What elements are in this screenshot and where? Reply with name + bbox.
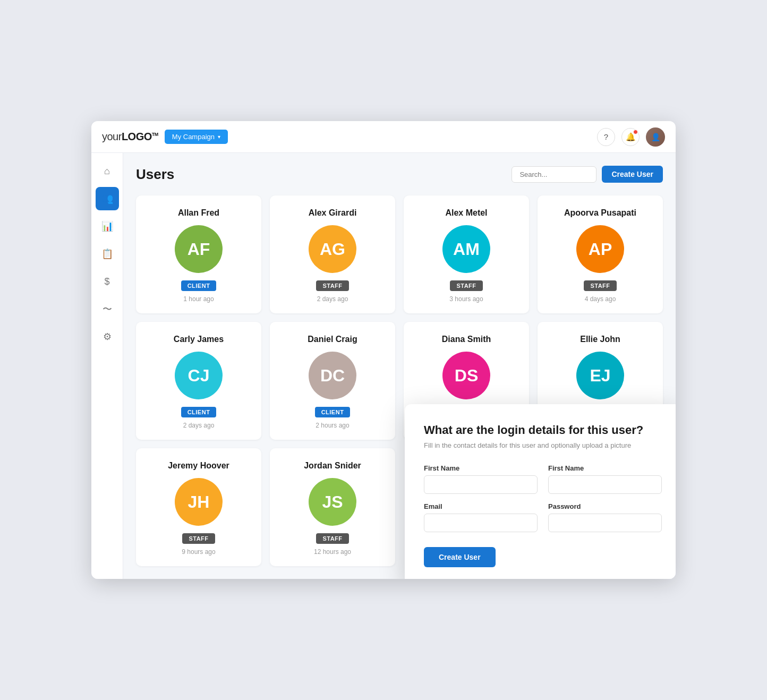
user-card[interactable]: Carly James CJ CLIENT 2 days ago (136, 322, 261, 440)
user-name: Daniel Craig (308, 335, 357, 344)
sidebar-item-reports[interactable]: 📊 (96, 215, 119, 238)
user-name: Alex Metel (445, 208, 487, 218)
user-role-badge: CLIENT (181, 407, 217, 417)
page-header: Users Create User (136, 166, 663, 183)
user-avatar: JS (309, 478, 356, 526)
user-name: Alex Girardi (309, 208, 357, 218)
user-name: Ellie John (580, 335, 620, 344)
sidebar-item-users[interactable]: 👥 (96, 187, 119, 210)
user-time: 12 hours ago (314, 548, 351, 556)
logo-tm: TM (152, 132, 158, 137)
modal-subtitle: Fill in the contact details for this use… (424, 441, 662, 449)
user-card[interactable]: Daniel Craig DC CLIENT 2 hours ago (270, 322, 395, 440)
user-avatar-button[interactable]: 👤 (646, 127, 665, 147)
app-wrapper: yourLOGOTM My Campaign ▾ ? 🔔 👤 ⌂ (91, 121, 676, 579)
user-name: Apoorva Pusapati (564, 208, 636, 218)
last-name-label: First Name (548, 464, 662, 472)
reports-icon: 📊 (101, 220, 113, 232)
create-user-modal: What are the login details for this user… (405, 404, 676, 579)
help-button[interactable]: ? (597, 128, 615, 146)
question-icon: ? (604, 132, 608, 141)
user-role-badge: STAFF (450, 280, 482, 291)
user-time: 2 hours ago (316, 422, 349, 429)
notification-button[interactable]: 🔔 (621, 128, 640, 146)
sidebar-item-settings[interactable]: ⚙ (96, 325, 119, 348)
first-name-group: First Name (424, 464, 538, 494)
billing-icon: $ (104, 276, 109, 287)
page-title: Users (136, 166, 174, 183)
last-name-group: First Name (548, 464, 662, 494)
user-avatar: AM (442, 225, 490, 273)
user-role-badge: STAFF (584, 280, 616, 291)
header-actions: Create User (512, 166, 663, 183)
logo: yourLOGOTM (102, 131, 158, 143)
user-time: 9 hours ago (182, 548, 215, 556)
password-label: Password (548, 502, 662, 510)
user-card[interactable]: Alex Metel AM STAFF 3 hours ago (404, 195, 529, 313)
documents-icon: 📋 (101, 248, 113, 260)
notification-dot (633, 130, 638, 134)
modal-form: First Name First Name Email Password (424, 464, 662, 532)
user-role-badge: STAFF (316, 533, 348, 544)
user-avatar: DC (309, 352, 356, 399)
user-role-badge: CLIENT (315, 407, 351, 417)
user-card[interactable]: Jordan Snider JS STAFF 12 hours ago (270, 448, 395, 566)
sidebar-item-documents[interactable]: 📋 (96, 242, 119, 266)
user-card[interactable]: Alex Girardi AG STAFF 2 days ago (270, 195, 395, 313)
modal-title: What are the login details for this user… (424, 423, 662, 437)
user-time: 2 days ago (317, 295, 348, 303)
user-time: 2 days ago (183, 422, 215, 429)
user-name: Allan Fred (178, 208, 219, 218)
user-name: Jordan Snider (304, 461, 361, 471)
email-label: Email (424, 502, 538, 510)
first-name-label: First Name (424, 464, 538, 472)
user-card[interactable]: Jeremy Hoover JH STAFF 9 hours ago (136, 448, 261, 566)
user-avatar: AG (309, 225, 356, 273)
user-time: 1 hour ago (183, 295, 214, 303)
search-input[interactable] (512, 166, 596, 183)
first-name-input[interactable] (424, 475, 538, 494)
campaign-button[interactable]: My Campaign ▾ (165, 130, 228, 144)
user-time: 4 days ago (585, 295, 616, 303)
user-name: Jeremy Hoover (168, 461, 229, 471)
topbar-right: ? 🔔 👤 (597, 127, 665, 147)
logo-area: yourLOGOTM My Campaign ▾ (102, 130, 589, 144)
password-input[interactable] (548, 514, 662, 532)
user-avatar: JH (175, 478, 223, 526)
topbar: yourLOGOTM My Campaign ▾ ? 🔔 👤 (91, 121, 676, 153)
sidebar-item-home[interactable]: ⌂ (96, 159, 119, 183)
activity-icon: 〜 (103, 303, 112, 315)
user-role-badge: STAFF (316, 280, 348, 291)
main-layout: ⌂ 👥 📊 📋 $ 〜 ⚙ Users (91, 153, 676, 579)
user-name: Diana Smith (442, 335, 491, 344)
email-input[interactable] (424, 514, 538, 532)
users-icon: 👥 (101, 193, 113, 204)
chevron-down-icon: ▾ (218, 134, 220, 140)
create-user-button[interactable]: Create User (602, 166, 663, 183)
user-avatar: AF (175, 225, 223, 273)
user-card[interactable]: Apoorva Pusapati AP STAFF 4 days ago (538, 195, 663, 313)
user-avatar: EJ (576, 352, 624, 399)
sidebar-item-billing[interactable]: $ (96, 270, 119, 293)
user-role-badge: STAFF (182, 533, 215, 544)
user-card[interactable]: Allan Fred AF CLIENT 1 hour ago (136, 195, 261, 313)
user-avatar: CJ (175, 352, 223, 399)
user-avatar: AP (576, 225, 624, 273)
last-name-input[interactable] (548, 475, 662, 494)
sidebar-item-activity[interactable]: 〜 (96, 297, 119, 321)
content-area: Users Create User Allan Fred AF CLIENT 1… (123, 153, 676, 579)
modal-submit-button[interactable]: Create User (424, 547, 496, 567)
sidebar: ⌂ 👥 📊 📋 $ 〜 ⚙ (91, 153, 123, 579)
user-name: Carly James (174, 335, 224, 344)
password-group: Password (548, 502, 662, 532)
user-role-badge: CLIENT (181, 280, 217, 291)
campaign-label: My Campaign (172, 133, 215, 141)
home-icon: ⌂ (104, 166, 110, 177)
user-time: 3 hours ago (449, 295, 483, 303)
user-avatar: 👤 (646, 127, 665, 147)
email-group: Email (424, 502, 538, 532)
user-avatar: DS (442, 352, 490, 399)
settings-icon: ⚙ (103, 331, 112, 343)
